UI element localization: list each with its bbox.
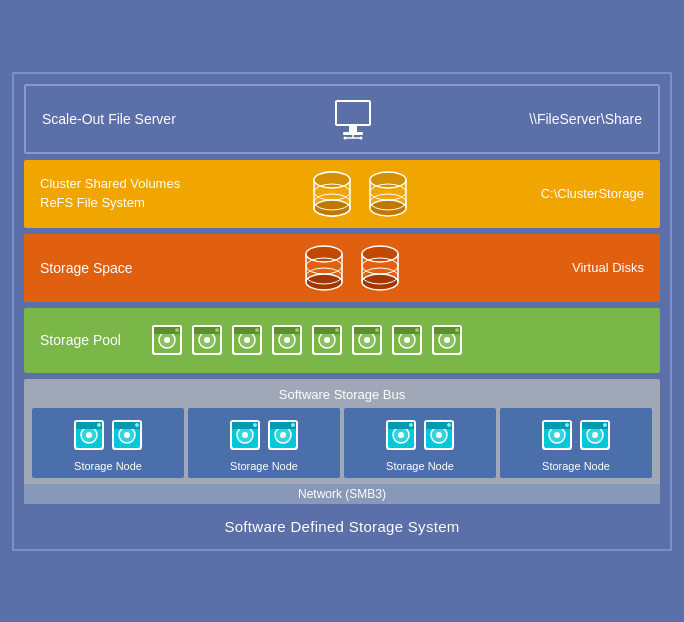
main-container: Scale-Out File Server \\FileServer\Share…: [12, 72, 672, 551]
sp-hdd-6: [350, 321, 384, 359]
csv-path: C:\ClusterStorage: [541, 186, 644, 201]
svg-point-59: [255, 328, 259, 332]
node2-hdd-1: [228, 416, 262, 454]
node2-label: Storage Node: [230, 460, 298, 472]
svg-point-23: [370, 172, 406, 188]
storage-node-2: Storage Node: [188, 408, 340, 478]
fileserver-icon: [329, 98, 377, 140]
ssb-network-label: Network (SMB3): [24, 484, 660, 504]
svg-point-6: [343, 136, 346, 139]
svg-point-101: [135, 423, 139, 427]
svg-point-16: [314, 172, 350, 188]
storage-node-1: Storage Node: [32, 408, 184, 478]
ss-label: Storage Space: [40, 260, 133, 276]
node1-hdd-2: [110, 416, 144, 454]
ssb-nodes-container: Storage Node Storage Node Storage Node: [24, 408, 660, 484]
csv-disk-1: [311, 170, 353, 218]
ss-disks: [303, 244, 401, 292]
svg-point-81: [404, 337, 410, 343]
sp-hdd-1: [150, 321, 184, 359]
sds-label: Software Defined Storage System: [24, 510, 660, 539]
svg-point-123: [436, 432, 442, 438]
ss-disk-1: [303, 244, 345, 292]
sp-hdd-4: [270, 321, 304, 359]
svg-point-77: [375, 328, 379, 332]
svg-point-87: [444, 337, 450, 343]
node4-hdd-2: [578, 416, 612, 454]
svg-point-71: [335, 328, 339, 332]
node4-disks: [540, 416, 612, 454]
svg-rect-2: [349, 126, 357, 132]
svg-rect-1: [337, 102, 369, 124]
svg-point-51: [204, 337, 210, 343]
csv-label: Cluster Shared Volumes ReFS File System: [40, 175, 180, 211]
sp-label: Storage Pool: [40, 332, 140, 348]
ssb-layer: Software Storage Bus Storage Node Storag…: [24, 379, 660, 504]
sp-layer: Storage Pool: [24, 308, 660, 373]
svg-point-129: [554, 432, 560, 438]
node3-label: Storage Node: [386, 460, 454, 472]
svg-point-93: [86, 432, 92, 438]
sofs-layer: Scale-Out File Server \\FileServer\Share: [24, 84, 660, 154]
svg-point-65: [295, 328, 299, 332]
svg-point-137: [603, 423, 607, 427]
svg-point-135: [592, 432, 598, 438]
sofs-label: Scale-Out File Server: [42, 111, 176, 127]
svg-point-131: [565, 423, 569, 427]
svg-point-107: [253, 423, 257, 427]
sp-hdd-5: [310, 321, 344, 359]
svg-point-83: [415, 328, 419, 332]
svg-point-30: [306, 246, 342, 262]
svg-point-7: [359, 136, 362, 139]
svg-point-95: [97, 423, 101, 427]
node1-label: Storage Node: [74, 460, 142, 472]
svg-point-99: [124, 432, 130, 438]
svg-point-75: [364, 337, 370, 343]
node3-hdd-2: [422, 416, 456, 454]
sp-hdd-8: [430, 321, 464, 359]
ss-virtual-disks: Virtual Disks: [572, 260, 644, 275]
svg-point-47: [175, 328, 179, 332]
svg-rect-3: [343, 132, 363, 135]
svg-point-57: [244, 337, 250, 343]
ssb-title: Software Storage Bus: [24, 383, 660, 408]
node2-disks: [228, 416, 300, 454]
csv-layer: Cluster Shared Volumes ReFS File System: [24, 160, 660, 228]
node4-label: Storage Node: [542, 460, 610, 472]
node4-hdd-1: [540, 416, 574, 454]
svg-point-119: [409, 423, 413, 427]
csv-disk-2: [367, 170, 409, 218]
node1-hdd-1: [72, 416, 106, 454]
svg-point-89: [455, 328, 459, 332]
node3-hdd-1: [384, 416, 418, 454]
svg-point-125: [447, 423, 451, 427]
ss-layer: Storage Space Virtual Disks: [24, 234, 660, 302]
storage-node-3: Storage Node: [344, 408, 496, 478]
node3-disks: [384, 416, 456, 454]
svg-point-63: [284, 337, 290, 343]
storage-node-4: Storage Node: [500, 408, 652, 478]
node1-disks: [72, 416, 144, 454]
svg-point-69: [324, 337, 330, 343]
svg-point-105: [242, 432, 248, 438]
sp-hdd-3: [230, 321, 264, 359]
sp-disk-group: [150, 321, 464, 359]
svg-point-113: [291, 423, 295, 427]
svg-point-53: [215, 328, 219, 332]
ss-disk-2: [359, 244, 401, 292]
sp-hdd-7: [390, 321, 424, 359]
node2-hdd-2: [266, 416, 300, 454]
csv-disks: [311, 170, 409, 218]
svg-point-37: [362, 246, 398, 262]
sp-hdd-2: [190, 321, 224, 359]
svg-point-117: [398, 432, 404, 438]
svg-point-111: [280, 432, 286, 438]
svg-point-45: [164, 337, 170, 343]
sofs-path: \\FileServer\Share: [529, 111, 642, 127]
